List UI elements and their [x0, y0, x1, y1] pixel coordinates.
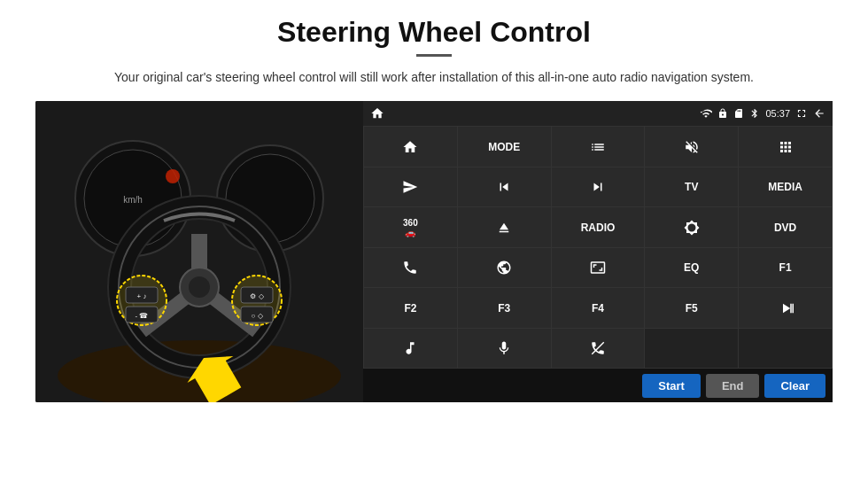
- btn-media[interactable]: MEDIA: [739, 167, 832, 207]
- page-subtitle: Your original car's steering wheel contr…: [114, 67, 754, 87]
- btn-eject[interactable]: [458, 207, 551, 247]
- svg-point-26: [166, 169, 180, 183]
- content-row: km/h: [35, 101, 833, 402]
- end-button[interactable]: End: [706, 374, 760, 398]
- lock-icon: [717, 108, 728, 119]
- btn-aspect[interactable]: [552, 248, 645, 288]
- svg-text:○ ◇: ○ ◇: [251, 312, 263, 320]
- svg-rect-28: [792, 303, 794, 313]
- btn-empty2: [739, 329, 832, 369]
- radio-ui: 05:37 MODE: [363, 101, 833, 402]
- status-bar: 05:37: [363, 101, 833, 126]
- btn-send[interactable]: [364, 167, 457, 207]
- action-bar: Start End Clear: [363, 369, 833, 402]
- next-icon: [590, 179, 606, 195]
- aspect-icon: [590, 260, 606, 276]
- btn-music[interactable]: [364, 329, 457, 369]
- btn-f2[interactable]: F2: [364, 288, 457, 328]
- btn-dvd[interactable]: DVD: [739, 207, 832, 247]
- btn-callend[interactable]: [552, 329, 645, 369]
- svg-text:⚙ ◇: ⚙ ◇: [250, 292, 264, 300]
- svg-text:km/h: km/h: [123, 195, 143, 205]
- callend-icon: [590, 340, 606, 356]
- sd-icon: [733, 108, 744, 119]
- music-icon: [402, 340, 418, 356]
- btn-empty1: [645, 329, 738, 369]
- title-divider: [416, 54, 452, 57]
- car-image: km/h: [35, 101, 363, 402]
- prev-icon: [496, 179, 512, 195]
- svg-point-14: [189, 276, 210, 298]
- brightness-icon: [684, 220, 700, 236]
- btn-360cam[interactable]: 360🚗: [364, 207, 457, 247]
- clear-button[interactable]: Clear: [764, 374, 825, 398]
- btn-f1[interactable]: F1: [739, 248, 832, 288]
- send-icon: [402, 179, 418, 195]
- fullscreen-icon: [795, 107, 808, 120]
- phone-icon: [402, 260, 418, 276]
- btn-f5[interactable]: F5: [645, 288, 738, 328]
- status-bar-left: [370, 106, 384, 120]
- btn-f3[interactable]: F3: [458, 288, 551, 328]
- page-container: Steering Wheel Control Your original car…: [0, 0, 868, 482]
- mute-icon: [684, 139, 700, 155]
- svg-text:- ☎: - ☎: [136, 312, 149, 320]
- btn-phone[interactable]: [364, 248, 457, 288]
- svg-text:+ ♪: + ♪: [137, 292, 147, 300]
- btn-mic[interactable]: [458, 329, 551, 369]
- btn-mode[interactable]: MODE: [458, 127, 551, 167]
- svg-rect-27: [790, 303, 792, 313]
- time-display: 05:37: [765, 108, 790, 119]
- btn-mute[interactable]: [645, 127, 738, 167]
- btn-brightness[interactable]: [645, 207, 738, 247]
- btn-tv[interactable]: TV: [645, 167, 738, 207]
- bluetooth-icon: [749, 108, 760, 119]
- btn-apps[interactable]: [739, 127, 832, 167]
- back-icon: [813, 107, 825, 120]
- button-grid: MODE: [363, 126, 833, 369]
- btn-prev[interactable]: [458, 167, 551, 207]
- btn-playpause[interactable]: [739, 288, 832, 328]
- btn-list[interactable]: [552, 127, 645, 167]
- list-icon: [590, 139, 606, 155]
- playpause-icon: [778, 300, 794, 316]
- apps-icon: [778, 139, 794, 155]
- home-icon: [402, 139, 418, 155]
- start-button[interactable]: Start: [642, 374, 701, 398]
- btn-eq[interactable]: EQ: [645, 248, 738, 288]
- btn-f4[interactable]: F4: [552, 288, 645, 328]
- status-bar-right: 05:37: [700, 107, 825, 120]
- home-status-icon: [370, 106, 384, 120]
- page-title: Steering Wheel Control: [277, 16, 591, 49]
- wifi-icon: [700, 107, 712, 120]
- btn-home[interactable]: [364, 127, 457, 167]
- btn-next[interactable]: [552, 167, 645, 207]
- swirl-icon: [496, 260, 512, 276]
- btn-swirl[interactable]: [458, 248, 551, 288]
- btn-radio[interactable]: RADIO: [552, 207, 645, 247]
- eject-icon: [496, 220, 512, 236]
- mic-icon: [496, 340, 512, 356]
